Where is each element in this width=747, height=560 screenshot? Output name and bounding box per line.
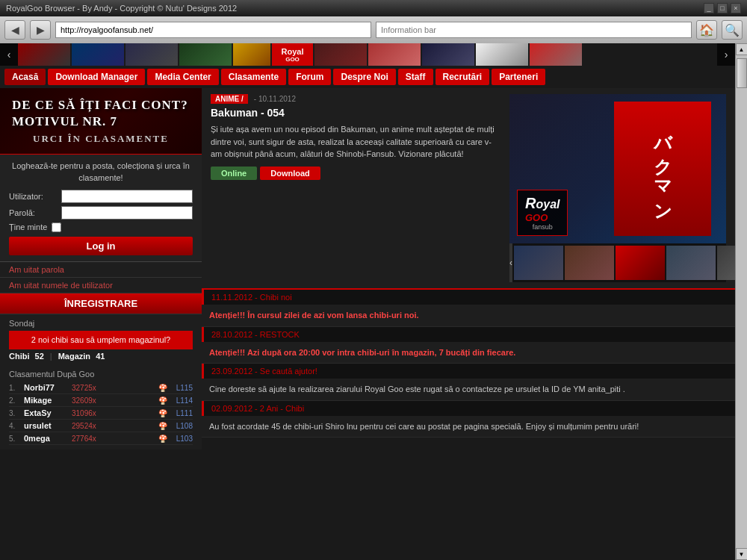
thumb-1[interactable]: [514, 246, 563, 280]
rank-score: 29524x: [72, 422, 155, 430]
remember-checkbox[interactable]: [52, 223, 61, 232]
news-text: Cine doreste să ajute la realizarea ziar…: [209, 383, 728, 396]
scroll-thumb[interactable]: [737, 58, 747, 88]
password-label: Parolă:: [9, 208, 61, 217]
scroll-up-arrow[interactable]: ▲: [736, 43, 748, 55]
strip-image-4[interactable]: [179, 43, 232, 66]
nav-item-media-center[interactable]: Media Center: [147, 69, 218, 85]
nav-item-acasa[interactable]: Acasă: [4, 69, 46, 85]
rank-score: 27764x: [72, 435, 155, 443]
scrollbar[interactable]: ▲ ▼: [735, 43, 747, 560]
news-section: 11.11.2012 - Chibi noiAtenție!!! În curs…: [202, 290, 735, 438]
post-buttons: Online Download: [211, 167, 502, 180]
rank-name: Norbi77: [24, 383, 69, 392]
rank-icon: 🍄: [158, 422, 167, 430]
strip-left-arrow[interactable]: ‹: [0, 43, 18, 66]
thumbnail-strip: ‹ ›: [509, 243, 726, 282]
username-input[interactable]: [61, 190, 193, 203]
page-body: De ce să îți faci cont? Motivul nr. 7 Ur…: [0, 88, 735, 539]
strip-image-7[interactable]: [368, 43, 421, 66]
rank-num: 2.: [9, 396, 21, 405]
rank-row: 1. Norbi77 32725x 🍄 L115: [9, 382, 193, 394]
thumb-3[interactable]: [616, 246, 665, 280]
news-text: Atenție!!! În cursul zilei de azi vom la…: [209, 309, 728, 322]
rank-level: L108: [170, 422, 193, 430]
main-wrapper: ‹ Royal GOO › Acasă Down: [0, 43, 747, 560]
news-header: 02.09.2012 - 2 Ani - Chibi: [202, 401, 735, 416]
remember-field: Ține minte: [9, 223, 193, 232]
strip-logo[interactable]: Royal GOO: [272, 43, 313, 66]
strip-image-2[interactable]: [72, 43, 124, 66]
logo-goo: GOO: [525, 212, 560, 223]
logo-fansub: fansub: [525, 223, 560, 231]
rank-row: 3. ExtaSy 31096x 🍄 L111: [9, 407, 193, 420]
nav-item-forum[interactable]: Forum: [288, 69, 331, 85]
rank-icon: 🍄: [158, 396, 167, 405]
home-button[interactable]: 🏠: [696, 20, 717, 40]
close-btn[interactable]: ×: [731, 3, 741, 13]
rank-level: L103: [170, 435, 193, 443]
username-field: Utilizator:: [9, 190, 193, 203]
post-body: Și iute așa avem un nou episod din Bakum…: [211, 123, 502, 161]
news-header: 28.10.2012 - RESTOCK: [202, 327, 735, 342]
title-bar: RoyalGoo Browser - By Andy - Copyright ©…: [0, 0, 747, 16]
browser-toolbar: ◀ ▶ 🏠 🔍: [0, 16, 747, 43]
news-text: Atenție!!! Azi după ora 20:00 vor intra …: [209, 346, 728, 359]
news-header: 11.11.2012 - Chibi noi: [202, 290, 735, 305]
rank-name: Mikage: [24, 396, 69, 405]
rank-name: ursulet: [24, 421, 69, 430]
hero-title: De ce să îți faci cont? Motivul nr. 7: [12, 97, 190, 130]
strip-right-arrow[interactable]: ›: [717, 43, 735, 66]
rank-score: 32725x: [72, 384, 155, 392]
strip-image-9[interactable]: [476, 43, 528, 66]
login-description: Loghează-te pentru a posta, colecționa ș…: [9, 161, 193, 184]
nav-menu: Acasă Download Manager Media Center Clas…: [0, 66, 735, 88]
maximize-btn[interactable]: □: [717, 3, 728, 13]
nav-item-despre-noi[interactable]: Despre Noi: [333, 69, 395, 85]
strip-images: Royal GOO: [18, 43, 717, 66]
nav-item-staff[interactable]: Staff: [398, 69, 433, 85]
strip-image-10[interactable]: [530, 43, 582, 66]
news-rows: 11.11.2012 - Chibi noiAtenție!!! În curs…: [202, 290, 735, 438]
sondaj-question: 2 noi chibi sau să umplem magazinul?: [9, 331, 193, 349]
scroll-down-arrow[interactable]: ▼: [736, 548, 748, 560]
forgot-username-link[interactable]: Am uitat numele de utilizator: [0, 278, 202, 293]
rank-level: L115: [170, 384, 193, 392]
nav-item-parteneri[interactable]: Parteneri: [492, 69, 545, 85]
thumb-5[interactable]: [717, 246, 735, 280]
register-button[interactable]: ÎNREGISTRARE: [0, 293, 202, 314]
strip-image-6[interactable]: [314, 43, 367, 66]
search-button[interactable]: 🔍: [722, 20, 743, 40]
forgot-password-link[interactable]: Am uitat parola: [0, 262, 202, 278]
news-item: Cine doreste să ajute la realizarea ziar…: [202, 379, 735, 401]
rank-num: 5.: [9, 435, 21, 443]
rank-level: L114: [170, 396, 193, 405]
download-button[interactable]: Download: [260, 167, 320, 180]
forward-button[interactable]: ▶: [30, 20, 51, 40]
window-controls[interactable]: _ □ ×: [704, 3, 741, 13]
strip-image-3[interactable]: [125, 43, 178, 66]
url-bar[interactable]: [55, 22, 371, 38]
password-input[interactable]: [61, 206, 193, 220]
strip-image-5[interactable]: [233, 43, 270, 66]
thumb-left-arrow[interactable]: ‹: [509, 243, 512, 282]
rank-row: 4. ursulet 29524x 🍄 L108: [9, 420, 193, 432]
thumb-4[interactable]: [666, 246, 716, 280]
info-bar[interactable]: [376, 22, 692, 38]
login-button[interactable]: Log in: [9, 237, 193, 255]
back-button[interactable]: ◀: [4, 20, 25, 40]
nav-item-recrutari[interactable]: Recrutări: [436, 69, 490, 85]
minimize-btn[interactable]: _: [704, 3, 714, 13]
strip-image-1[interactable]: [18, 43, 70, 66]
rank-icon: 🍄: [158, 435, 167, 443]
rank-num: 4.: [9, 422, 21, 430]
strip-image-8[interactable]: [422, 43, 474, 66]
thumb-2[interactable]: [565, 246, 614, 280]
nav-item-download-manager[interactable]: Download Manager: [48, 69, 145, 85]
rank-level: L111: [170, 409, 193, 417]
remember-label: Ține minte: [9, 223, 47, 231]
online-button[interactable]: Online: [211, 167, 257, 180]
nav-item-clasamente[interactable]: Clasamente: [221, 69, 286, 85]
hero-banner: De ce să îți faci cont? Motivul nr. 7 Ur…: [0, 88, 202, 155]
login-box: Loghează-te pentru a posta, colecționa ș…: [0, 155, 202, 262]
